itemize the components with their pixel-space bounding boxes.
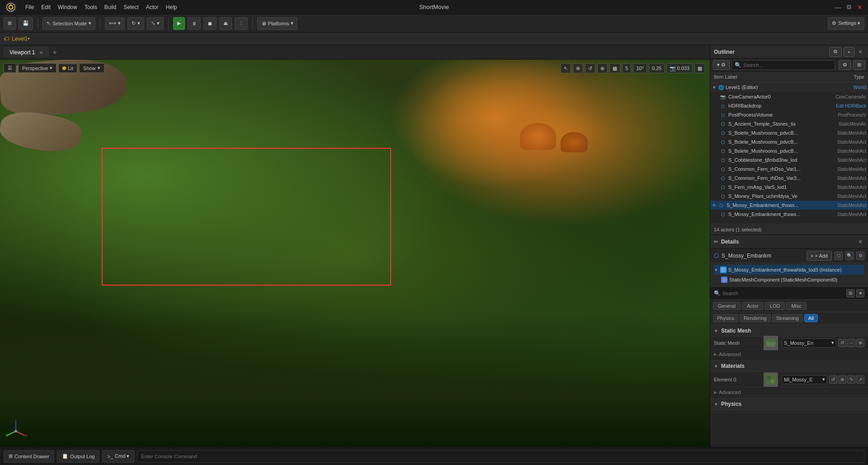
outliner-filter-button[interactable]: ⚙ [829, 47, 842, 57]
menu-actor[interactable]: Actor [146, 4, 159, 10]
content-drawer-button[interactable]: ⊞ Content Drawer [4, 450, 54, 463]
outliner-item-3[interactable]: ⬡ S_Ancient_Temple_Stones_tix StaticMesh… [710, 119, 868, 128]
stop-button[interactable]: ⏹ [203, 17, 217, 30]
menu-edit[interactable]: Edit [41, 4, 51, 10]
viewport-layout-button[interactable]: ▦ [694, 63, 705, 73]
scale-tool-button[interactable]: ⊕ [597, 63, 608, 73]
static-mesh-use-selected-button[interactable]: ⊕ [856, 339, 864, 347]
physics-section-header[interactable]: ▼ Physics [710, 398, 868, 410]
outliner-list[interactable]: ▼ 🌐 Level1 (Editor) World 📷 CineCameraAc… [710, 82, 868, 224]
menu-tools[interactable]: Tools [85, 4, 97, 10]
static-mesh-section-header[interactable]: ▼ Static Mesh [710, 325, 868, 337]
outliner-options-button[interactable]: ⚙ [839, 60, 851, 70]
details-star-button[interactable]: ★ [856, 289, 864, 297]
world-row[interactable]: ▼ 🌐 Level1 (Editor) World [710, 82, 868, 92]
menu-select[interactable]: Select [123, 4, 138, 10]
outliner-close-button[interactable]: ✕ [856, 49, 864, 55]
material-navigate-button[interactable]: ⊕ [838, 376, 846, 384]
outliner-expand-button[interactable]: ⊞ [853, 60, 865, 70]
platforms-button[interactable]: 🖥 Platforms ▾ [257, 17, 297, 30]
filter-streaming[interactable]: Streaming [772, 314, 803, 322]
static-mesh-advanced-row[interactable]: ▶ Advanced [710, 349, 868, 359]
component-instance-item[interactable]: ▼ ⬡ S_Mossy_Embankment_thxwahida_lod3 (I… [714, 265, 864, 275]
select-tool-button[interactable]: ↖ [561, 63, 571, 73]
outliner-item-5[interactable]: ⬡ S_Bolete_Mushrooms_pdvcB... StaticMesh… [710, 137, 868, 146]
outliner-add-button[interactable]: + [844, 47, 854, 57]
outliner-item-13[interactable]: ⬡ S_Mossy_Embankment_thxwx... StaticMesh… [710, 210, 868, 219]
outliner-item-4[interactable]: ⬡ S_Bolete_Mushrooms_pdvcB... StaticMesh… [710, 128, 868, 137]
output-log-button[interactable]: 📋 Output Log [57, 450, 99, 463]
console-input-container[interactable] [137, 450, 864, 463]
materials-advanced-row[interactable]: ▶ Advanced [710, 387, 868, 397]
selection-mode-button[interactable]: ↖ Selection Mode ▾ [42, 17, 95, 30]
options-details-button[interactable]: ⚙ [856, 252, 864, 260]
pause-button[interactable]: ⏸ [188, 17, 201, 30]
move-tool-button[interactable]: ⊕ [573, 63, 583, 73]
outliner-search-input[interactable] [743, 62, 832, 68]
materials-section-header[interactable]: ▼ Materials [710, 360, 868, 372]
layout-button[interactable]: ⊞ [4, 17, 16, 30]
eject-button[interactable]: ⏏ [219, 17, 232, 30]
outliner-item-11[interactable]: ⬡ S_Money_Plant_uchmfdyia_Ve StaticMeshA… [710, 192, 868, 201]
rotate-tool-button[interactable]: ↺ [585, 63, 595, 73]
component-static-item[interactable]: ⬡ StaticMeshComponent (StaticMeshCompone… [714, 275, 864, 285]
outliner-item-9[interactable]: ⬡ S_Common_Fern_rhDso_Var3... StaticMesh… [710, 174, 868, 183]
menu-build[interactable]: Build [104, 4, 117, 10]
add-viewport-button[interactable]: + [49, 48, 60, 56]
grid-button[interactable]: ▦ [609, 63, 620, 73]
close-button[interactable]: ✕ [856, 4, 863, 11]
perspective-button[interactable]: Perspective ▾ [18, 63, 57, 73]
outliner-item-12-selected[interactable]: 👁 ⬡ S_Mossy_Embankment_thxwx... StaticMe… [710, 201, 868, 210]
outliner-item-6[interactable]: ⬡ S_Bolete_Mushrooms_pdvcB... StaticMesh… [710, 146, 868, 155]
tab-general[interactable]: General [713, 302, 741, 310]
outliner-item-0[interactable]: 📷 CineCameraActor0 CineCameraAc [710, 92, 868, 101]
rotate-button[interactable]: ↻ ▾ [127, 17, 144, 30]
menu-window[interactable]: Window [58, 4, 77, 10]
details-save-layout-button[interactable]: ⊞ [846, 289, 854, 297]
material-select[interactable]: MI_Mossy_E ▾ [782, 375, 827, 384]
details-search-bar[interactable]: 🔍 ⊞ ★ [710, 287, 868, 300]
search-details-button[interactable]: 🔍 [845, 252, 854, 260]
filter-rendering[interactable]: Rendering [740, 314, 771, 322]
viewport-tab-close[interactable]: ✕ [39, 50, 43, 55]
save-button[interactable]: 💾 [19, 17, 33, 30]
filter-physics[interactable]: Physics [713, 314, 738, 322]
material-edit-button[interactable]: ✎ [847, 376, 855, 384]
outliner-item-1[interactable]: ◻ HDRIBackdrop Edit HDRIBack [710, 101, 868, 110]
menu-file[interactable]: File [25, 4, 34, 10]
restore-button[interactable]: ⧉ [845, 4, 853, 11]
actor-details-name[interactable]: S_Mossy_Embankm [722, 253, 804, 259]
tab-actor[interactable]: Actor [742, 302, 764, 310]
outliner-item-10[interactable]: ⬡ S_Fern_rmAsg_Var5_lod1 StaticMeshAct [710, 183, 868, 192]
play-button[interactable]: ▶ [173, 17, 185, 30]
visibility-eye-icon[interactable]: 👁 [712, 203, 717, 208]
console-input[interactable] [141, 454, 860, 459]
camera-speed-display[interactable]: 📷 0.033 [666, 63, 693, 73]
lit-button[interactable]: Lit [58, 64, 77, 73]
outliner-item-2[interactable]: ◻ PostProcessVolume PostProcessV [710, 110, 868, 119]
menu-help[interactable]: Help [166, 4, 177, 10]
filter-all[interactable]: All [804, 314, 818, 322]
material-reset-button[interactable]: ↺ [829, 376, 837, 384]
add-component-button[interactable]: + + Add [807, 251, 832, 261]
scale-button[interactable]: ⤡ ▾ [147, 17, 164, 30]
viewport-tab-1[interactable]: Viewport 1 ✕ [4, 47, 49, 57]
blueprint-button[interactable]: ⬡ [835, 252, 843, 260]
level-name[interactable]: Level1• [12, 36, 30, 42]
minimize-button[interactable]: — [835, 4, 842, 11]
static-mesh-navigate-button[interactable]: → [847, 339, 855, 347]
details-close-button[interactable]: ✕ [856, 239, 864, 245]
show-button[interactable]: Show ▾ [79, 63, 104, 73]
static-mesh-reset-button[interactable]: ↺ [838, 339, 846, 347]
viewport[interactable]: ☰ Perspective ▾ Lit Show ▾ ↖ [0, 60, 710, 447]
settings-button[interactable]: ⚙ Settings ▾ [828, 17, 864, 30]
outliner-item-8[interactable]: ⬡ S_Common_Fern_rhDso_Var1... StaticMesh… [710, 164, 868, 174]
material-export-button[interactable]: ↗ [856, 376, 864, 384]
cmd-button[interactable]: >_ Cmd ▾ [102, 450, 134, 463]
tab-misc[interactable]: Misc [786, 302, 807, 310]
details-search-input[interactable] [722, 291, 844, 296]
static-mesh-select[interactable]: S_Mossy_En ▾ [782, 338, 836, 348]
tab-lod[interactable]: LOD [765, 302, 785, 310]
more-button[interactable]: ⋮ [235, 17, 248, 30]
outliner-filter-toggle[interactable]: ▾ ⚙ [713, 60, 730, 70]
